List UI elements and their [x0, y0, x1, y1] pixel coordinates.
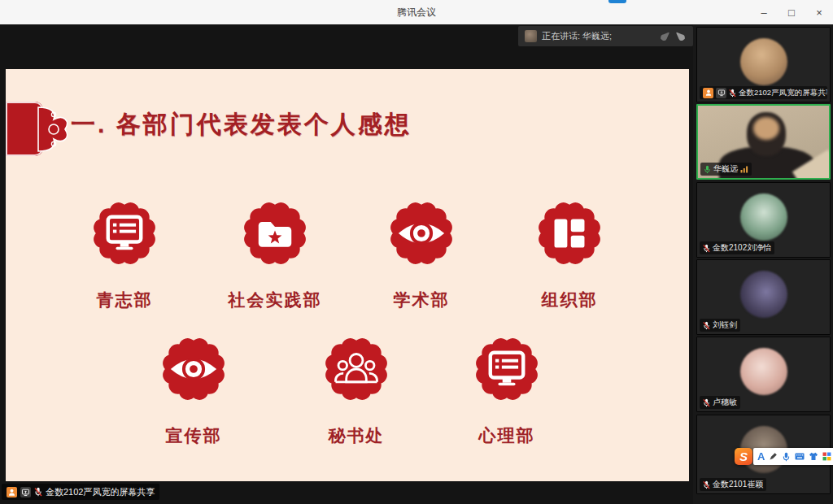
- window-controls: – □ ×: [750, 0, 833, 24]
- mic-muted-icon: [703, 244, 710, 253]
- voice-input-icon[interactable]: [782, 452, 791, 462]
- speaker-avatar: [525, 30, 537, 42]
- participant-name-label: 卢穗敏: [700, 396, 740, 409]
- tencent-meeting-window: 腾讯会议 – □ × 正在讲话: 华巍远; 一. 各部门代表发表个人感想: [0, 0, 833, 504]
- keyboard-icon[interactable]: [795, 452, 805, 461]
- avatar: [740, 38, 787, 85]
- share-owner-label: 金数2102严凤宽的屏幕共享: [46, 486, 155, 498]
- slide-title: 一. 各部门代表发表个人感想: [71, 108, 412, 141]
- host-badge-icon: [7, 487, 17, 497]
- monitor-list-icon: [89, 198, 160, 269]
- hand-icon: [675, 31, 687, 42]
- participant-name: 华巍远: [713, 163, 738, 175]
- mic-on-icon: [704, 165, 711, 174]
- avatar: [740, 348, 787, 395]
- window-title: 腾讯会议: [397, 6, 436, 20]
- participant-name: 刘钰剑: [713, 319, 737, 331]
- department-label: 学术部: [394, 289, 450, 311]
- department-item: 宣传部: [129, 333, 259, 447]
- participant-tile[interactable]: 卢穗敏: [696, 337, 831, 412]
- volume-level-icon: [740, 165, 748, 173]
- department-item: 秘书处: [291, 333, 421, 447]
- avatar: [740, 193, 787, 241]
- department-label: 青志部: [97, 289, 153, 311]
- participant-name-label: 华巍远: [700, 163, 752, 176]
- department-label: 秘书处: [329, 424, 385, 447]
- mic-muted-icon: [729, 89, 736, 98]
- department-label: 组织部: [542, 289, 598, 311]
- participant-name: 金数2101崔颖: [713, 479, 763, 490]
- window-titlebar: 腾讯会议: [0, 0, 833, 24]
- participant-tile-screen-share[interactable]: 金数2102严凤宽的屏幕共享: [696, 27, 831, 102]
- department-item: 学术部: [356, 198, 486, 311]
- active-speaker-label: 正在讲话: 华巍远;: [542, 30, 654, 42]
- input-mode-toggle[interactable]: A: [757, 451, 765, 462]
- pen-icon[interactable]: [769, 452, 778, 461]
- reaction-icons: [659, 31, 687, 42]
- layout-grid-icon: [534, 198, 605, 269]
- hand-icon: [659, 31, 670, 42]
- mic-muted-icon: [703, 398, 710, 407]
- chinese-ornament-icon: [37, 104, 72, 154]
- people-icon: [321, 333, 392, 405]
- participant-name-label: 金数2102严凤宽的屏幕共享: [700, 86, 827, 99]
- department-item: 心理部: [442, 333, 572, 447]
- folder-star-icon: [239, 198, 311, 269]
- sogou-logo-icon[interactable]: S: [735, 448, 752, 465]
- minimize-button[interactable]: –: [750, 0, 778, 24]
- participant-name-label: 金数2101崔颖: [700, 478, 766, 491]
- monitor-list-icon: [471, 333, 543, 405]
- department-item: 青志部: [59, 198, 190, 311]
- participant-name: 金数2102刘净怡: [713, 242, 771, 254]
- department-item: 组织部: [504, 198, 635, 311]
- avatar: [740, 271, 787, 318]
- department-label: 宣传部: [166, 424, 222, 447]
- toolbox-grid-icon[interactable]: [822, 452, 831, 461]
- participants-sidebar: 金数2102严凤宽的屏幕共享 华巍远 金数2102刘净怡: [693, 24, 833, 504]
- screen-share-status-pill: 金数2102严凤宽的屏幕共享: [2, 484, 159, 500]
- skin-shirt-icon[interactable]: [809, 452, 818, 461]
- participant-name: 金数2102严凤宽的屏幕共享: [739, 88, 827, 98]
- top-notch: [608, 0, 626, 3]
- maximize-button[interactable]: □: [778, 0, 805, 24]
- screen-share-icon: [20, 487, 31, 497]
- shared-screen-stage: 正在讲话: 华巍远; 一. 各部门代表发表个人感想 青志部 社会实: [0, 24, 693, 504]
- host-badge-icon: [703, 88, 713, 98]
- participant-name: 卢穗敏: [713, 397, 737, 408]
- mic-muted-icon: [703, 480, 710, 489]
- eye-icon: [386, 198, 457, 269]
- participant-tile-speaking[interactable]: 华巍远: [696, 104, 831, 180]
- close-button[interactable]: ×: [805, 0, 833, 24]
- participant-name-label: 刘钰剑: [700, 319, 740, 332]
- department-label: 心理部: [479, 424, 535, 447]
- presentation-slide: 一. 各部门代表发表个人感想 青志部 社会实践部 学术部 组织部 宣传部: [6, 69, 689, 481]
- department-label: 社会实践部: [229, 289, 322, 311]
- ime-status-bar: A: [753, 448, 833, 465]
- participant-tile[interactable]: 金数2102刘净怡: [696, 182, 831, 258]
- department-item: 社会实践部: [210, 198, 340, 311]
- participant-tile[interactable]: 刘钰剑: [696, 259, 831, 335]
- sogou-ime-toolbar: S A: [735, 448, 833, 465]
- mic-muted-icon: [34, 487, 42, 497]
- active-speaker-banner: 正在讲话: 华巍远;: [518, 26, 693, 46]
- eye-icon: [158, 333, 229, 405]
- participant-name-label: 金数2102刘净怡: [700, 241, 774, 254]
- mic-muted-icon: [703, 321, 710, 330]
- screen-share-icon: [716, 88, 726, 98]
